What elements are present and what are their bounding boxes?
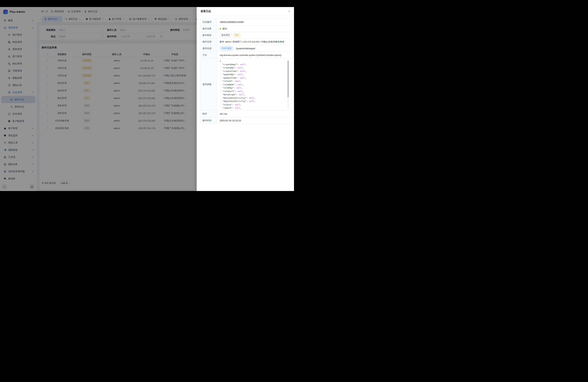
detail-row: 请求信息 POST请求 /system/role/export — [200, 45, 292, 52]
screen: Plus Admin 概览∨ 系统管理∧ 用户管理 角色管理 菜单管理 部门管理… — [0, 0, 294, 191]
detail-label: 请求参数 — [200, 59, 217, 110]
detail-label: 操作结果 — [200, 25, 217, 32]
close-icon[interactable]: × — [288, 10, 290, 13]
detail-value: 1882612840802115585 — [217, 19, 292, 25]
view-log-drawer: 查看日志 × 日志编号1882612840802115585 操作结果成功 操作… — [197, 7, 294, 191]
detail-value: 2025-01-24 10:14:13 — [217, 117, 292, 124]
detail-label: 耗时 — [200, 110, 217, 117]
detail-label: 操作模块 — [200, 32, 217, 38]
detail-request: POST请求 /system/role/export — [217, 45, 292, 52]
detail-label: 方法 — [200, 52, 217, 58]
detail-row: 操作时间2025-01-24 10:14:13 — [200, 117, 292, 124]
code-scrollbar — [288, 60, 289, 109]
detail-row: 操作信息账号: admin / 研发部门 / 222.175.114.242 /… — [200, 39, 292, 45]
log-detail-table: 日志编号1882612840802115585 操作结果成功 操作模块角色管理导… — [200, 19, 292, 124]
detail-label: 操作时间 — [200, 117, 217, 124]
detail-row: 请求参数 { "createDept": null, "createBy": n… — [200, 59, 292, 110]
request-params-json: { "createDept": null, "createBy": null, … — [217, 59, 292, 110]
detail-value: org.dromara.system.controller.system.Sys… — [217, 52, 292, 58]
detail-row: 操作模块角色管理导出 — [200, 32, 292, 39]
detail-value: 421 ms — [217, 110, 292, 117]
success-dot-icon — [220, 28, 221, 29]
request-path: /system/role/export — [236, 47, 255, 50]
window-top-bar — [0, 0, 294, 7]
drawer-header: 查看日志 × — [197, 7, 294, 16]
tag: 导出 — [233, 33, 241, 37]
detail-row: 操作结果成功 — [200, 25, 292, 32]
code-scrollbar-thumb[interactable] — [288, 61, 289, 97]
detail-label: 请求信息 — [200, 45, 217, 52]
detail-value: 账号: admin / 研发部门 / 222.175.114.242 / 中国|… — [217, 39, 292, 45]
detail-label: 操作信息 — [200, 39, 217, 45]
detail-row: 耗时421 ms — [200, 110, 292, 117]
detail-status: 成功 — [217, 25, 292, 32]
detail-label: 日志编号 — [200, 19, 217, 25]
detail-tags: 角色管理导出 — [217, 32, 292, 38]
indent-guide — [221, 64, 221, 109]
detail-row: 方法org.dromara.system.controller.system.S… — [200, 52, 292, 59]
json-code-block: { "createDept": null, "createBy": null, … — [220, 60, 292, 110]
detail-row: 日志编号1882612840802115585 — [200, 19, 292, 25]
tag: 角色管理 — [220, 33, 231, 37]
post-method-badge: POST请求 — [220, 46, 233, 50]
drawer-overlay-mask[interactable] — [0, 7, 197, 191]
drawer-title: 查看日志 — [201, 10, 211, 13]
